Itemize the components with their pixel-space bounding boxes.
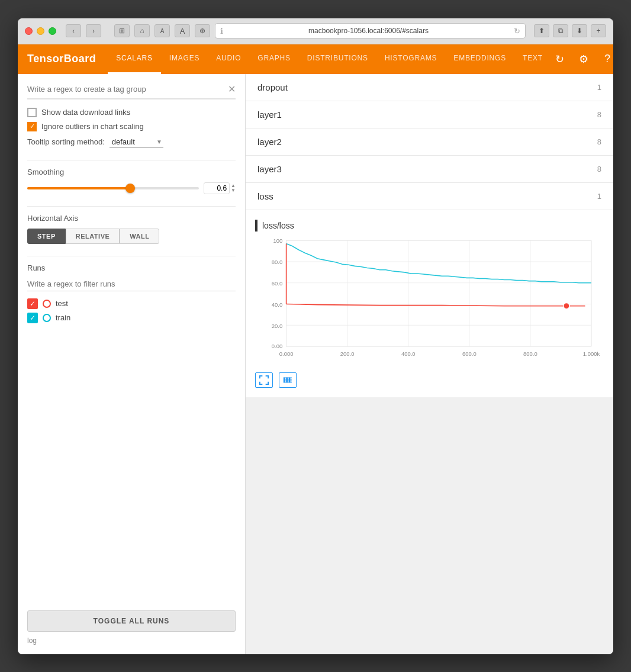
data-button[interactable] xyxy=(279,372,297,388)
toggle-all-runs-button[interactable]: TOGGLE ALL RUNS xyxy=(27,610,236,632)
tag-row-layer3[interactable]: layer3 8 xyxy=(246,156,613,183)
right-panel: dropout 1 layer1 8 layer2 8 layer3 8 los… xyxy=(246,74,613,654)
run-train-checkbox[interactable] xyxy=(27,313,38,323)
navbar-actions: ↻ ⚙ ? xyxy=(551,50,613,68)
duplicate-icon[interactable]: ⧉ xyxy=(553,24,568,37)
slider-row: ▲ ▼ xyxy=(27,182,236,194)
svg-rect-30 xyxy=(284,378,292,378)
ignore-outliers-checkbox[interactable] xyxy=(27,122,37,131)
tag-count-layer1: 8 xyxy=(597,110,601,119)
share-icon[interactable]: ⬆ xyxy=(534,24,549,37)
svg-rect-0 xyxy=(286,240,591,346)
show-data-links-label: Show data download links xyxy=(41,108,130,117)
sidebar: ✕ Show data download links Ignore outlie… xyxy=(18,74,246,654)
nav-item-embeddings[interactable]: EMBEDDINGS xyxy=(445,44,514,74)
svg-text:800.0: 800.0 xyxy=(523,350,537,356)
axis-relative-button[interactable]: RELATIVE xyxy=(66,229,120,244)
tag-row-layer2[interactable]: layer2 8 xyxy=(246,128,613,156)
slider-fill xyxy=(27,187,130,189)
spinner-buttons[interactable]: ▲ ▼ xyxy=(231,184,236,193)
nav-item-graphs[interactable]: GRAPHS xyxy=(249,44,298,74)
svg-text:600.0: 600.0 xyxy=(462,350,477,356)
run-test-checkbox[interactable] xyxy=(27,298,38,309)
run-train-label: train xyxy=(56,313,70,322)
brand: TensorBoard xyxy=(27,53,96,65)
url-bar[interactable]: ℹ macbookpro-1056.local:6006/#scalars ↻ xyxy=(215,23,526,38)
tag-row-layer1[interactable]: layer1 8 xyxy=(246,101,613,128)
svg-point-26 xyxy=(564,303,570,309)
extensions-icon[interactable]: ⊕ xyxy=(195,24,210,37)
nav-item-scalars[interactable]: SCALARS xyxy=(108,44,161,74)
smoothing-slider[interactable] xyxy=(27,187,199,189)
nav-item-images[interactable]: IMAGES xyxy=(161,44,208,74)
tag-name-layer3: layer3 xyxy=(257,164,597,174)
font-smaller-icon[interactable]: A xyxy=(154,24,170,37)
chart-actions xyxy=(255,372,604,388)
svg-text:60.0: 60.0 xyxy=(272,279,282,286)
forward-button[interactable]: › xyxy=(86,24,101,37)
spinner-down[interactable]: ▼ xyxy=(231,188,236,193)
tag-row-loss[interactable]: loss 1 xyxy=(246,183,613,210)
svg-text:0.000: 0.000 xyxy=(279,350,294,356)
tooltip-sort-select[interactable]: default descending ascending nearest xyxy=(110,136,163,148)
navbar: TensorBoard SCALARS IMAGES AUDIO GRAPHS … xyxy=(18,44,613,74)
close-button[interactable] xyxy=(25,27,33,35)
nav-item-distributions[interactable]: DISTRIBUTIONS xyxy=(299,44,376,74)
axis-wall-button[interactable]: WALL xyxy=(120,229,159,244)
chart-title: loss/loss xyxy=(262,221,294,230)
tag-search-input[interactable] xyxy=(27,85,228,94)
chart-section: loss/loss xyxy=(246,210,613,398)
chart-title-row: loss/loss xyxy=(255,220,604,231)
expand-icon xyxy=(259,375,269,385)
new-tab-icon[interactable]: + xyxy=(591,24,606,37)
runs-section: Runs test train xyxy=(27,263,236,332)
expand-chart-button[interactable] xyxy=(255,372,273,388)
svg-text:1.000k: 1.000k xyxy=(583,350,600,356)
download-icon[interactable]: ⬇ xyxy=(572,24,587,37)
refresh-button[interactable]: ↻ xyxy=(551,50,569,68)
tag-name-loss: loss xyxy=(257,191,597,201)
svg-text:0.00: 0.00 xyxy=(272,343,282,349)
settings-button[interactable]: ⚙ xyxy=(575,50,593,68)
runs-filter-input[interactable] xyxy=(27,277,236,291)
tag-row-dropout[interactable]: dropout 1 xyxy=(246,74,613,101)
svg-rect-31 xyxy=(284,380,292,380)
svg-text:200.0: 200.0 xyxy=(340,350,355,356)
ignore-outliers-label: Ignore outliers in chart scaling xyxy=(41,122,144,131)
options-section: Show data download links Ignore outliers… xyxy=(27,108,236,153)
nav-item-histograms[interactable]: HISTOGRAMS xyxy=(376,44,445,74)
help-button[interactable]: ? xyxy=(598,50,613,68)
show-data-links-checkbox[interactable] xyxy=(27,108,37,117)
svg-rect-32 xyxy=(284,382,292,382)
run-test-circle xyxy=(43,300,51,308)
smoothing-label: Smoothing xyxy=(27,168,236,176)
reading-view-icon[interactable]: ⊞ xyxy=(114,24,130,37)
nav-item-audio[interactable]: AUDIO xyxy=(208,44,249,74)
tag-count-layer3: 8 xyxy=(597,165,601,173)
tag-name-layer2: layer2 xyxy=(257,137,597,147)
font-larger-icon[interactable]: A xyxy=(175,24,190,37)
axis-step-button[interactable]: STEP xyxy=(27,229,66,244)
run-row-test: test xyxy=(27,298,236,309)
tooltip-sort-row: Tooltip sorting method: default descendi… xyxy=(27,136,236,148)
chart-container: 100 80.0 60.0 40.0 20.0 0.00 0.000 200.0… xyxy=(255,237,604,368)
home-icon[interactable]: ⌂ xyxy=(134,24,150,37)
back-button[interactable]: ‹ xyxy=(66,24,81,37)
traffic-lights xyxy=(25,27,56,35)
maximize-button[interactable] xyxy=(49,27,56,35)
axis-buttons: STEP RELATIVE WALL xyxy=(27,229,236,244)
search-clear-icon[interactable]: ✕ xyxy=(228,83,236,95)
tag-name-dropout: dropout xyxy=(257,82,597,92)
nav-item-text[interactable]: TEXT xyxy=(514,44,551,74)
show-data-links-row: Show data download links xyxy=(27,108,236,117)
brand-name: TensorBoard xyxy=(27,53,96,65)
run-train-circle xyxy=(43,314,51,322)
tag-count-dropout: 1 xyxy=(597,83,601,92)
ignore-outliers-row: Ignore outliers in chart scaling xyxy=(27,122,236,131)
slider-thumb[interactable] xyxy=(125,184,135,193)
slider-value: ▲ ▼ xyxy=(204,182,236,194)
minimize-button[interactable] xyxy=(37,27,44,35)
smoothing-value-input[interactable] xyxy=(204,182,230,194)
search-row: ✕ xyxy=(27,83,236,99)
main-content: ✕ Show data download links Ignore outlie… xyxy=(18,74,613,654)
